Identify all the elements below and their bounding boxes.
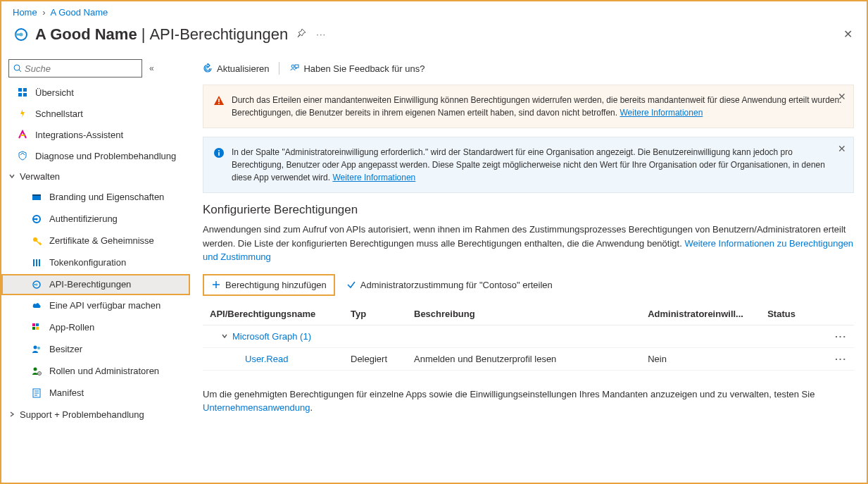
nav-overview[interactable]: Übersicht: [1, 82, 190, 103]
nav-section-manage[interactable]: Verwalten: [1, 166, 190, 187]
nav-manifest-label: Manifest: [49, 387, 84, 399]
owners-icon: [31, 344, 42, 355]
add-permission-button[interactable]: Berechtigung hinzufügen: [203, 274, 335, 296]
breadcrumb: Home › A Good Name: [1, 1, 867, 20]
breadcrumb-home[interactable]: Home: [13, 7, 37, 18]
table-permission-row: User.Read Delegiert Anmelden und Benutze…: [203, 347, 854, 370]
svg-rect-5: [23, 88, 27, 92]
nav-api-permissions-label: API-Berechtigungen: [49, 279, 131, 291]
roles-admins-icon: [31, 366, 42, 377]
nav-diagnose[interactable]: Diagnose und Problembehandlung: [1, 145, 190, 166]
nav-section-support[interactable]: Support + Problembehandlung: [1, 404, 190, 425]
permission-type: Delegiert: [344, 347, 407, 370]
info-alert: In der Spalte "Administratoreinwilligung…: [203, 137, 854, 193]
col-status[interactable]: Status: [760, 303, 817, 325]
refresh-label: Aktualisieren: [217, 63, 269, 74]
feedback-icon: [289, 63, 299, 73]
overview-icon: [17, 87, 28, 98]
app-registration-icon: [13, 26, 30, 43]
page-title-app: A Good Name: [35, 25, 137, 44]
nav-roles-admins[interactable]: Rollen und Administratoren: [1, 361, 190, 383]
nav-expose-api[interactable]: Eine API verfügbar machen: [1, 295, 190, 317]
info-icon: [213, 147, 225, 159]
nav-api-permissions[interactable]: API-Berechtigungen: [1, 274, 190, 296]
nav-branding-label: Branding und Eigenschaften: [49, 192, 164, 204]
breadcrumb-separator: ›: [42, 7, 45, 18]
toolbar: Aktualisieren Haben Sie Feedback für uns…: [203, 55, 854, 85]
nav-token-label: Tokenkonfiguration: [49, 257, 126, 269]
nav-certs[interactable]: Zertifikate & Geheimnisse: [1, 230, 190, 252]
nav-token[interactable]: Tokenkonfiguration: [1, 252, 190, 274]
nav-app-roles[interactable]: App-Rollen: [1, 317, 190, 339]
svg-point-17: [36, 283, 38, 285]
group-more-button[interactable]: ···: [835, 331, 847, 342]
sidebar: « Übersicht Schnellstart Integrations-As…: [1, 55, 190, 481]
permission-more-button[interactable]: ···: [835, 354, 847, 364]
grant-consent-button[interactable]: Administratorzustimmung für "Contoso" er…: [346, 280, 553, 290]
info-close[interactable]: ✕: [838, 143, 846, 154]
expose-api-icon: [31, 300, 42, 311]
svg-rect-20: [32, 327, 35, 330]
auth-icon: [31, 213, 42, 225]
col-type[interactable]: Typ: [344, 303, 407, 325]
diagnose-icon: [17, 150, 28, 161]
nav-certs-label: Zertifikate & Geheimnisse: [49, 235, 154, 247]
svg-point-11: [36, 218, 38, 220]
refresh-icon: [203, 63, 213, 73]
permission-name[interactable]: User.Read: [245, 354, 288, 364]
breadcrumb-current[interactable]: A Good Name: [51, 7, 108, 18]
page-title-separator: |: [141, 25, 146, 44]
page-header: A Good Name | API-Berechtigungen ··· ✕: [1, 20, 867, 55]
search-input[interactable]: [22, 63, 137, 74]
svg-point-1: [20, 32, 23, 36]
nav-manifest[interactable]: Manifest: [1, 383, 190, 404]
permission-description: Anmelden und Benutzerprofil lesen: [407, 347, 641, 370]
action-row: Berechtigung hinzufügen Administratorzus…: [203, 274, 854, 296]
nav-auth-label: Authentifizierung: [49, 213, 118, 225]
section-description: Anwendungen sind zum Aufruf von APIs aut…: [203, 223, 854, 264]
nav-section-support-label: Support + Problembehandlung: [20, 409, 144, 420]
quickstart-icon: [17, 108, 28, 119]
nav-auth[interactable]: Authentifizierung: [1, 209, 190, 230]
pin-icon[interactable]: [296, 28, 306, 40]
add-permission-label: Berechtigung hinzufügen: [225, 280, 327, 290]
close-button[interactable]: ✕: [841, 25, 855, 44]
col-api-name[interactable]: API/Berechtigungsname: [203, 303, 344, 325]
svg-rect-31: [295, 65, 298, 68]
warning-link[interactable]: Weitere Informationen: [619, 108, 703, 118]
info-link[interactable]: Weitere Informationen: [332, 173, 415, 182]
col-description[interactable]: Beschreibung: [407, 303, 641, 325]
feedback-button[interactable]: Haben Sie Feedback für uns?: [289, 63, 424, 74]
refresh-button[interactable]: Aktualisieren: [203, 63, 269, 74]
feedback-label: Haben Sie Feedback für uns?: [303, 63, 424, 74]
nav-integration[interactable]: Integrations-Assistent: [1, 124, 190, 145]
warning-text: Durch das Erteilen einer mandantenweiten…: [232, 94, 843, 119]
nav-expose-api-label: Eine API verfügbar machen: [49, 300, 161, 312]
check-icon: [346, 280, 356, 290]
more-icon[interactable]: ···: [316, 29, 326, 39]
permissions-table: API/Berechtigungsname Typ Beschreibung A…: [203, 303, 854, 371]
page-title-section: API-Berechtigungen: [149, 25, 288, 44]
svg-point-2: [14, 65, 20, 70]
svg-point-22: [34, 346, 37, 349]
token-icon: [31, 257, 42, 268]
svg-rect-13: [33, 259, 34, 266]
table-group-row[interactable]: Microsoft Graph (1) ···: [203, 325, 854, 347]
svg-rect-14: [36, 259, 37, 266]
warning-close[interactable]: ✕: [838, 91, 846, 102]
integration-icon: [17, 129, 28, 140]
search-input-container[interactable]: [8, 59, 142, 77]
plus-icon: [211, 280, 221, 290]
chevron-down-icon: [221, 331, 228, 342]
footer-link[interactable]: Unternehmensanwendung: [203, 402, 310, 413]
svg-rect-36: [218, 150, 220, 151]
certs-icon: [31, 235, 42, 247]
nav-branding[interactable]: Branding und Eigenschaften: [1, 187, 190, 209]
chevron-down-icon: [8, 171, 15, 182]
svg-rect-32: [218, 99, 220, 102]
col-admin-consent[interactable]: Administratoreinwill...: [641, 303, 760, 325]
nav-quickstart[interactable]: Schnellstart: [1, 103, 190, 124]
nav-app-roles-label: App-Rollen: [49, 322, 94, 334]
collapse-sidebar-icon[interactable]: «: [149, 63, 153, 73]
nav-owners[interactable]: Besitzer: [1, 339, 190, 361]
